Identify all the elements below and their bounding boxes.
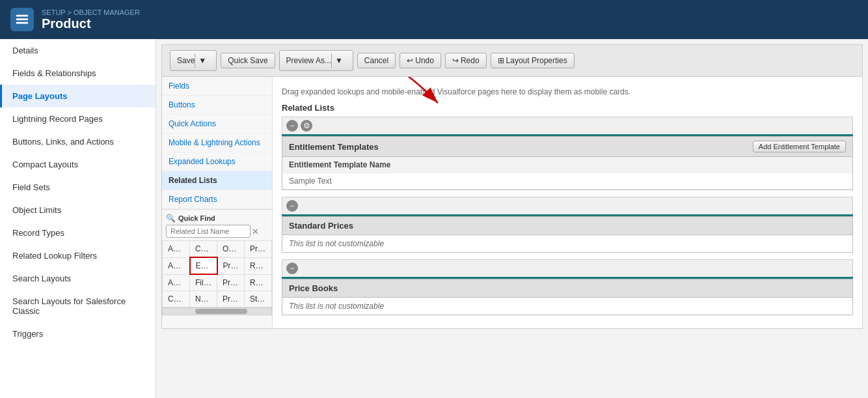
toolbar: Save ▼ Quick Save Preview As... ▼ Cancel…: [162, 45, 862, 77]
scrollbar-thumb[interactable]: [195, 309, 247, 314]
sidebar: Details Fields & Relationships Page Layo…: [0, 39, 156, 398]
add-entitlement-btn[interactable]: Add Entitlement Template: [753, 141, 846, 152]
sidebar-item-record-types[interactable]: Record Types: [0, 221, 156, 244]
section-controls-1: −: [282, 197, 853, 214]
grid-cell-1-0[interactable]: Approval History: [163, 257, 190, 274]
undo-button[interactable]: ↩ Undo: [400, 53, 441, 68]
sidebar-item-details[interactable]: Details: [0, 39, 156, 62]
grid-scrollbar[interactable]: [162, 307, 272, 315]
section-collapse-btn-0[interactable]: −: [286, 120, 298, 132]
editor-panel: Save ▼ Quick Save Preview As... ▼ Cancel…: [161, 44, 863, 329]
sidebar-item-compact-layouts[interactable]: Compact Layouts: [0, 153, 156, 176]
related-lists-label: Related Lists: [282, 103, 853, 113]
section-collapse-btn-1[interactable]: −: [286, 200, 298, 212]
sidebar-item-related-lookup-filters[interactable]: Related Lookup Filters: [0, 244, 156, 267]
quickfind-label: Quick Find: [178, 214, 215, 222]
section-price-books: − Price Books This list is not customiza…: [282, 259, 853, 315]
related-list-grid: Activity History Contract Line Items Ope…: [162, 240, 272, 315]
section-controls-2: −: [282, 259, 853, 277]
section-sample-entitlement: Sample Text: [282, 173, 852, 190]
editor-sidebar-fields[interactable]: Fields: [162, 77, 272, 96]
svg-rect-2: [16, 22, 28, 24]
grid-row-0: Activity History Contract Line Items Ope…: [163, 241, 272, 258]
grid-row-1: Approval History Entitlement Templ... Pr…: [163, 257, 272, 274]
editor-sidebar-related-lists[interactable]: Related Lists: [162, 171, 272, 190]
grid-cell-2-3[interactable]: Return Order Line...: [245, 274, 272, 291]
grid-cell-3-3[interactable]: Standard Prices: [245, 291, 272, 307]
editor-sidebar-report-charts[interactable]: Report Charts: [162, 190, 272, 209]
main-content: Save ▼ Quick Save Preview As... ▼ Cancel…: [156, 39, 868, 398]
editor-sidebar-mobile-lightning[interactable]: Mobile & Lightning Actions: [162, 134, 272, 152]
section-content-price-books: This list is not customizable: [282, 297, 853, 315]
editor-sidebar-quick-actions[interactable]: Quick Actions: [162, 115, 272, 134]
breadcrumb: SETUP > OBJECT MANAGER: [42, 8, 140, 16]
layout-properties-button[interactable]: ⊞ Layout Properties: [491, 53, 575, 68]
layout-icon: ⊞: [498, 56, 504, 65]
section-col-header-entitlement: Entitlement Template Name: [282, 157, 852, 173]
preview-as-button[interactable]: Preview As... ▼: [279, 50, 353, 71]
editor-sidebar-expanded-lookups[interactable]: Expanded Lookups: [162, 152, 272, 171]
section-title-price-books: Price Books: [289, 283, 338, 293]
sidebar-item-lightning-record-pages[interactable]: Lightning Record Pages: [0, 107, 156, 130]
app-header: SETUP > OBJECT MANAGER Product: [0, 0, 868, 39]
grid-cell-2-1[interactable]: Files: [190, 274, 217, 291]
sidebar-item-object-limits[interactable]: Object Limits: [0, 199, 156, 221]
sidebar-item-triggers[interactable]: Triggers: [0, 322, 156, 345]
grid-cell-3-0[interactable]: Cases: [163, 291, 190, 307]
grid-row-2: Assets Files Product Consumpti... Return…: [163, 274, 272, 291]
save-button[interactable]: Save ▼: [170, 50, 217, 71]
editor-sidebar-buttons[interactable]: Buttons: [162, 96, 272, 115]
app-icon: [10, 8, 34, 31]
quickfind-input[interactable]: [166, 225, 251, 238]
grid-cell-0-0[interactable]: Activity History: [163, 241, 190, 258]
grid-cell-1-2[interactable]: Price Books: [217, 257, 245, 274]
section-header-standard-prices: Standard Prices: [282, 216, 853, 235]
section-controls-0: − ⚙: [282, 117, 853, 134]
section-title-standard-prices: Standard Prices: [289, 221, 353, 231]
section-entitlement-templates: − ⚙ Entitlement Templates Add Entitlemen…: [282, 117, 853, 190]
quick-save-button[interactable]: Quick Save: [221, 53, 275, 68]
grid-cell-1-1[interactable]: Entitlement Templ...: [190, 257, 217, 274]
sidebar-item-field-sets[interactable]: Field Sets: [0, 176, 156, 199]
editor-sidebar: Fields Buttons Quick Actions Mobile & Li…: [162, 77, 273, 328]
sidebar-item-search-layouts-classic[interactable]: Search Layouts for Salesforce Classic: [0, 290, 156, 322]
editor-body: Fields Buttons Quick Actions Mobile & Li…: [162, 77, 862, 328]
section-gear-btn-0[interactable]: ⚙: [301, 120, 312, 132]
section-content-standard-prices: This list is not customizable: [282, 235, 853, 253]
grid-cell-0-1[interactable]: Contract Line Items: [190, 241, 217, 258]
sidebar-item-buttons-links-actions[interactable]: Buttons, Links, and Actions: [0, 130, 156, 153]
quickfind-clear-icon[interactable]: ✕: [252, 227, 259, 236]
section-standard-prices: − Standard Prices This list is not custo…: [282, 197, 853, 253]
grid-cell-3-1[interactable]: Notes & Attachments: [190, 291, 217, 307]
grid-cell-2-2[interactable]: Product Consumpti...: [217, 274, 245, 291]
svg-rect-0: [16, 15, 28, 17]
grid-cell-3-2[interactable]: Product History: [217, 291, 245, 307]
section-collapse-btn-2[interactable]: −: [286, 263, 298, 274]
grid-cell-1-3[interactable]: Related Content: [245, 257, 272, 274]
grid-cell-0-3[interactable]: Product Items: [245, 241, 272, 258]
redo-icon: ↪: [452, 56, 459, 65]
canvas-area: Drag expanded lookups and mobile-enabled…: [273, 77, 862, 328]
drag-hint: Drag expanded lookups and mobile-enabled…: [282, 83, 853, 103]
sidebar-item-page-layouts[interactable]: Page Layouts: [0, 85, 156, 107]
page-title: Product: [42, 16, 140, 31]
section-header-entitlement: Entitlement Templates Add Entitlement Te…: [282, 136, 853, 156]
cancel-button[interactable]: Cancel: [357, 53, 396, 68]
grid-row-3: Cases Notes & Attachments Product Histor…: [163, 291, 272, 307]
section-title-entitlement: Entitlement Templates: [289, 142, 379, 152]
header-text: SETUP > OBJECT MANAGER Product: [42, 8, 140, 31]
grid-cell-2-0[interactable]: Assets: [163, 274, 190, 291]
grid-table: Activity History Contract Line Items Ope…: [162, 240, 272, 307]
redo-button[interactable]: ↪ Redo: [445, 53, 487, 68]
grid-cell-0-2[interactable]: Open Activities: [217, 241, 245, 258]
sidebar-item-search-layouts[interactable]: Search Layouts: [0, 267, 156, 290]
quickfind-search-icon: 🔍: [166, 214, 176, 223]
save-arrow[interactable]: ▼: [195, 53, 210, 68]
undo-icon: ↩: [407, 56, 413, 65]
svg-rect-1: [16, 18, 28, 20]
sidebar-item-fields-relationships[interactable]: Fields & Relationships: [0, 62, 156, 85]
not-customizable-standard-prices: This list is not customizable: [282, 235, 852, 252]
section-header-price-books: Price Books: [282, 279, 853, 297]
not-customizable-price-books: This list is not customizable: [282, 298, 852, 315]
preview-arrow[interactable]: ▼: [331, 53, 346, 68]
